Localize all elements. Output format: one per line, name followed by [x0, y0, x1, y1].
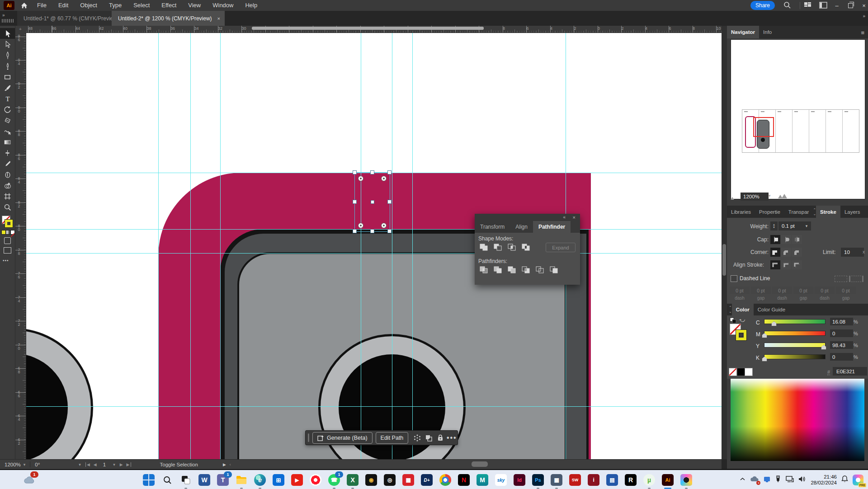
corner-radius-widget[interactable]: [358, 223, 363, 228]
zoom-level[interactable]: 1200%: [5, 462, 21, 467]
none-mode-button[interactable]: [10, 230, 15, 235]
tab-color[interactable]: Color: [732, 304, 754, 315]
menu-type[interactable]: Type: [103, 0, 127, 11]
solidworks-icon[interactable]: SW: [569, 474, 581, 486]
scroll-left-icon[interactable]: ‹: [230, 462, 231, 467]
slider-track-M[interactable]: [764, 331, 826, 336]
gradient-mode-button[interactable]: [6, 230, 10, 235]
minus-back-button[interactable]: [548, 265, 559, 274]
selection-handle[interactable]: [353, 200, 357, 204]
corner-radius-widget[interactable]: [358, 176, 363, 181]
crop-button[interactable]: [520, 265, 531, 274]
menu-file[interactable]: File: [31, 0, 52, 11]
align-inside-button[interactable]: [781, 260, 791, 269]
document-tab-2[interactable]: Untitled-2* @ 1200 % (CMYK/Preview) ×: [112, 11, 225, 26]
corner-radius-widget[interactable]: [381, 176, 387, 181]
rectangle-tool[interactable]: [0, 71, 15, 82]
selection-tool[interactable]: [0, 28, 15, 39]
miter-join-button[interactable]: [770, 248, 780, 257]
butt-cap-button[interactable]: [770, 235, 780, 244]
tab-pathfinder[interactable]: Pathfinder: [533, 221, 571, 233]
pathfinder-panel-header[interactable]: « ×: [475, 214, 580, 221]
tab-close-icon[interactable]: ×: [217, 16, 220, 21]
guide-vertical[interactable]: [220, 33, 221, 459]
guide-vertical[interactable]: [392, 33, 392, 459]
zoom-tool[interactable]: [0, 202, 15, 212]
guide-horizontal[interactable]: [26, 253, 722, 254]
menu-select[interactable]: Select: [127, 0, 156, 11]
selection-handle[interactable]: [387, 229, 392, 233]
white-swatch[interactable]: [745, 368, 753, 376]
creative-cloud-icon[interactable]: [680, 474, 692, 486]
duplicate-icon[interactable]: [423, 433, 434, 443]
display-cast-icon[interactable]: [786, 476, 794, 484]
vertical-ruler[interactable]: 969492908886848280787674727068666462: [15, 33, 26, 459]
limit-value-field[interactable]: 10: [841, 248, 864, 257]
panel-collapse-icon[interactable]: «: [563, 215, 566, 220]
dash-field[interactable]: 0 pt: [793, 287, 813, 294]
outline-button[interactable]: [534, 265, 545, 274]
menu-view[interactable]: View: [182, 0, 207, 11]
search-icon[interactable]: [783, 1, 791, 11]
horizontal-scrollbar-thumb[interactable]: [472, 461, 488, 467]
notification-bell-icon[interactable]: [841, 475, 848, 484]
slider-track-K[interactable]: [764, 354, 826, 359]
utorrent-icon[interactable]: µ: [643, 474, 655, 486]
screen-mode-button[interactable]: [4, 247, 11, 254]
minimize-button[interactable]: –: [830, 0, 844, 11]
edge-icon[interactable]: e: [254, 474, 266, 486]
tab-navigator[interactable]: Navigator: [727, 26, 759, 38]
weight-stepper[interactable]: ▲▼: [770, 221, 778, 230]
teams-icon[interactable]: T1: [217, 474, 229, 486]
dash-field[interactable]: 0 pt: [751, 287, 771, 294]
selection-handle[interactable]: [387, 170, 392, 174]
menu-edit[interactable]: Edit: [52, 0, 74, 11]
ruler-origin-corner[interactable]: +: [15, 26, 26, 33]
navigator-zoom-field[interactable]: 1200%: [741, 193, 769, 201]
dash-field[interactable]: 0 pt: [815, 287, 835, 294]
search-icon[interactable]: [161, 474, 173, 486]
dashed-line-checkbox[interactable]: [731, 275, 737, 282]
excel-icon[interactable]: X: [347, 474, 359, 486]
whatsapp-icon[interactable]: ☎1: [328, 474, 340, 486]
onedrive-status-icon[interactable]: ×: [750, 476, 759, 484]
chrome-icon[interactable]: [439, 474, 451, 486]
toolbar-grip-icon[interactable]: [2, 19, 14, 23]
store-icon[interactable]: ⊞: [273, 474, 284, 486]
toolbar-collapse-icon[interactable]: »: [2, 13, 5, 18]
minus-front-button[interactable]: [492, 243, 503, 252]
value-field-C[interactable]: 16.08: [830, 318, 853, 325]
taskbar-clock[interactable]: 21:46 28/02/2024: [811, 474, 837, 486]
youtube-icon[interactable]: ▶: [291, 474, 303, 486]
hsbc-icon[interactable]: ▦: [402, 474, 414, 486]
color-spectrum[interactable]: [731, 379, 864, 461]
corner-radius-widget[interactable]: [381, 223, 387, 228]
zoom-in-icon[interactable]: [778, 193, 788, 201]
intersect-button[interactable]: [506, 243, 517, 252]
navigator-view-box[interactable]: [753, 117, 774, 137]
file-explorer-icon[interactable]: [236, 474, 247, 486]
share-button[interactable]: Share: [750, 1, 775, 10]
generate-button[interactable]: Generate (Beta): [312, 432, 373, 444]
status-expand-icon[interactable]: ▶: [223, 462, 226, 467]
edit-toolbar-icon[interactable]: •••: [3, 258, 9, 263]
artboard-tool[interactable]: [0, 191, 15, 202]
selection-handle[interactable]: [370, 170, 374, 174]
speaker-icon[interactable]: [798, 476, 806, 484]
artboard-dropdown-icon[interactable]: ▾: [113, 462, 115, 467]
eyedropper-tool[interactable]: [0, 158, 15, 169]
vertical-scrollbar-thumb[interactable]: [722, 244, 726, 276]
width-tool[interactable]: [0, 147, 15, 158]
selection-handle[interactable]: [370, 229, 374, 233]
tab-transparency[interactable]: Transpar: [784, 206, 813, 218]
rhino-icon[interactable]: R: [625, 474, 637, 486]
trim-button[interactable]: [492, 265, 503, 274]
rotation-value[interactable]: 0°: [35, 462, 40, 467]
opera-icon[interactable]: [310, 474, 321, 486]
value-field-M[interactable]: 0: [830, 329, 853, 337]
value-field-Y[interactable]: 98.43: [830, 341, 853, 349]
menu-object[interactable]: Object: [74, 0, 103, 11]
menu-effect[interactable]: Effect: [156, 0, 182, 11]
tab-color-guide[interactable]: Color Guide: [754, 304, 789, 315]
onedrive-icon[interactable]: 1: [24, 474, 35, 486]
